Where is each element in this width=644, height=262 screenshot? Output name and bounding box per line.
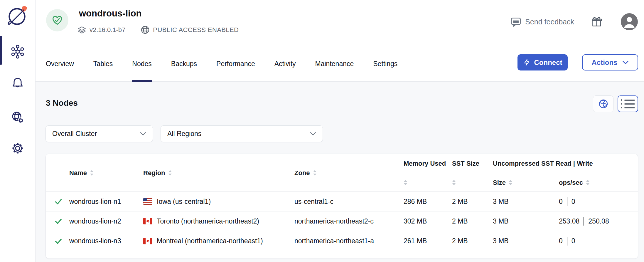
node-status-cell (46, 217, 69, 225)
version-badge: v2.16.0.1-b7 (77, 26, 125, 34)
read-write-divider (567, 237, 567, 246)
uncompressed-size-cell: 3 MB (493, 198, 559, 206)
nodes-table: Name Region Zone Memory Used SST Size (45, 154, 638, 259)
sort-arrows-icon (313, 170, 317, 176)
sidebar-item-network[interactable] (11, 110, 25, 124)
column-header-zone[interactable]: Zone (294, 154, 404, 192)
column-header-region[interactable]: Region (143, 154, 294, 192)
tab-maintenance[interactable]: Maintenance (315, 56, 354, 82)
read-ops-value: 0 (559, 198, 563, 206)
node-name-cell: wondrous-lion-n3 (69, 237, 143, 245)
tab-overview[interactable]: Overview (45, 56, 74, 82)
node-status-cell (46, 198, 69, 205)
gift-icon (591, 16, 602, 27)
column-header-sst-size: SST Size (452, 160, 493, 167)
read-write-divider (567, 197, 567, 206)
sort-arrows-icon (168, 170, 172, 176)
sort-memory-used[interactable] (404, 179, 452, 186)
gear-icon (11, 141, 25, 155)
memory-used-cell: 302 MB (404, 217, 452, 225)
connect-button[interactable]: Connect (517, 54, 568, 70)
node-region-cell: Iowa (us-central1) (143, 198, 294, 206)
sort-arrows-icon (509, 179, 512, 186)
tab-tables[interactable]: Tables (93, 56, 113, 82)
sst-size-cell: 2 MB (452, 237, 493, 245)
active-nav-indicator (0, 36, 2, 65)
page-title: wondrous-lion (79, 8, 142, 19)
access-label: PUBLIC ACCESS ENABLED (153, 26, 239, 34)
actions-button[interactable]: Actions (582, 54, 638, 70)
region-flag-icon (143, 198, 152, 205)
scope-filter-dropdown[interactable]: Overall Cluster (45, 125, 153, 142)
node-name-cell: wondrous-lion-n2 (69, 217, 143, 225)
sort-sst-size[interactable] (452, 179, 493, 186)
column-header-uncompressed-size[interactable]: Size (493, 179, 559, 187)
cluster-header: wondrous-lion v2.16.0.1-b7 PUBLIC ACCESS… (36, 0, 644, 82)
memory-used-cell: 286 MB (404, 198, 452, 206)
node-zone-cell: northamerica-northeast1-a (294, 237, 404, 245)
sidebar-item-alerts[interactable] (11, 76, 25, 90)
table-row[interactable]: wondrous-lion-n1 Iowa (us-central1) us-c… (46, 192, 638, 211)
topbar-actions: Send feedback (510, 13, 638, 31)
map-view-button[interactable] (593, 95, 613, 112)
write-ops-value: 0 (571, 198, 575, 206)
uncompressed-size-cell: 3 MB (493, 217, 559, 225)
app-logo-icon[interactable] (6, 5, 28, 27)
main-area: wondrous-lion v2.16.0.1-b7 PUBLIC ACCESS… (36, 0, 644, 262)
read-ops-value: 253.08 (559, 217, 579, 225)
table-row[interactable]: wondrous-lion-n2 Toronto (northamerica-n… (46, 211, 638, 231)
read-write-ops-cell: 253.08 250.08 (559, 217, 638, 226)
speech-bubble-icon (510, 16, 521, 27)
sort-arrows-icon (90, 170, 94, 176)
node-status-cell (46, 237, 69, 245)
send-feedback-label: Send feedback (525, 18, 574, 26)
tab-nodes[interactable]: Nodes (132, 56, 152, 82)
tab-performance[interactable]: Performance (216, 56, 255, 82)
send-feedback-button[interactable]: Send feedback (510, 16, 574, 27)
cluster-health-badge (46, 9, 68, 31)
check-icon (55, 237, 62, 245)
lightning-icon (523, 59, 530, 66)
read-write-ops-cell: 0 0 (559, 237, 638, 246)
chevron-down-icon (140, 132, 146, 136)
tab-activity[interactable]: Activity (274, 56, 296, 82)
table-body: wondrous-lion-n1 Iowa (us-central1) us-c… (46, 192, 638, 251)
actions-label: Actions (591, 58, 617, 67)
list-icon (621, 99, 635, 108)
region-filter-dropdown[interactable]: All Regions (161, 125, 323, 142)
column-header-name[interactable]: Name (69, 154, 143, 192)
gift-button[interactable] (591, 16, 602, 27)
node-region-cell: Toronto (northamerica-northeast2) (143, 217, 294, 225)
user-avatar-icon[interactable] (621, 13, 638, 31)
globe-gear-icon (11, 110, 25, 124)
write-ops-value: 0 (571, 237, 575, 245)
cluster-icon (11, 45, 25, 59)
check-icon (55, 217, 62, 225)
region-flag-icon (143, 218, 152, 224)
sort-arrows-icon (586, 179, 590, 186)
list-view-button[interactable] (618, 95, 638, 112)
node-region-cell: Montreal (northamerica-northeast1) (143, 237, 294, 245)
sidebar-item-clusters[interactable] (11, 45, 25, 59)
layers-icon (77, 26, 86, 34)
sidebar (0, 0, 36, 262)
sidebar-item-settings[interactable] (11, 141, 25, 155)
memory-used-cell: 261 MB (404, 237, 452, 245)
chevron-down-icon (622, 61, 629, 64)
check-icon (55, 198, 62, 205)
version-label: v2.16.0.1-b7 (90, 26, 125, 34)
sst-size-cell: 2 MB (452, 217, 493, 225)
table-row[interactable]: wondrous-lion-n3 Montreal (northamerica-… (46, 231, 638, 251)
read-write-ops-cell: 0 0 (559, 197, 638, 206)
column-header-ops-per-sec[interactable]: ops/sec (559, 179, 638, 187)
globe-wire-icon (141, 25, 150, 34)
cluster-meta: v2.16.0.1-b7 PUBLIC ACCESS ENABLED (77, 25, 239, 34)
uncompressed-size-cell: 3 MB (493, 237, 559, 245)
cluster-tabs: Overview Tables Nodes Backups Performanc… (45, 56, 398, 82)
tab-settings[interactable]: Settings (373, 56, 398, 82)
nodes-count-title: 3 Nodes (46, 98, 78, 108)
tab-backups[interactable]: Backups (171, 56, 197, 82)
column-header-uncompressed-group: Uncompressed SST Read | Write (493, 160, 638, 167)
node-name-cell: wondrous-lion-n1 (69, 198, 143, 206)
heart-check-icon (51, 14, 63, 26)
